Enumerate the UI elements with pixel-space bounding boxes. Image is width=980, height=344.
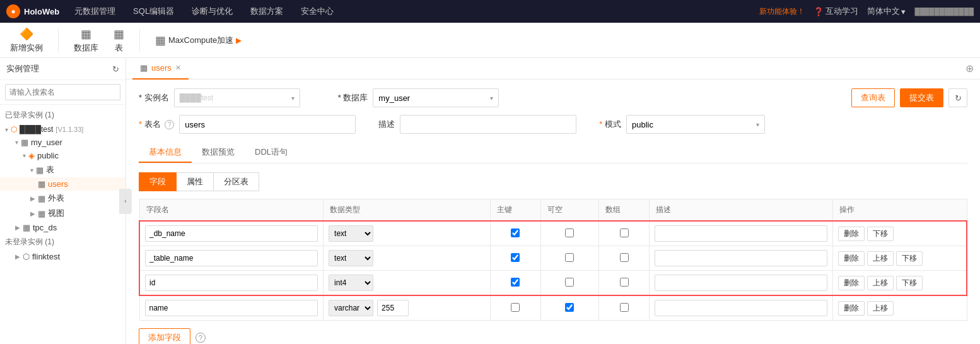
sub-tab-basic-info[interactable]: 基本信息 [139, 143, 192, 163]
array-checkbox-2[interactable] [620, 253, 629, 262]
table-group-collapse-arrow: ▾ [30, 167, 33, 174]
td-array-3 [599, 271, 650, 296]
query-table-btn[interactable]: 查询表 [851, 88, 895, 107]
database-select[interactable]: my_user ▾ [373, 88, 499, 107]
td-primarykey-4 [491, 295, 541, 321]
maxcompute-arrow-icon: ▶ [236, 36, 242, 45]
toolbar-table[interactable]: ▦ 表 [114, 27, 124, 54]
nav-data-plan[interactable]: 数据方案 [248, 6, 286, 17]
array-checkbox-1[interactable] [620, 228, 629, 237]
nav-diagnosis[interactable]: 诊断与优化 [189, 6, 235, 17]
sidebar-item-view-group[interactable]: ▶ ▦ 视图 [0, 206, 125, 221]
fieldname-input-2[interactable] [145, 250, 318, 266]
sidebar-collapse-btn[interactable]: ‹ [119, 189, 132, 214]
move-up-btn-2[interactable]: 上移 [867, 251, 894, 266]
td-desc-4 [649, 295, 833, 321]
fieldname-input-3[interactable] [145, 275, 318, 291]
move-down-btn-2[interactable]: 下移 [896, 251, 923, 266]
nullable-checkbox-2[interactable] [565, 253, 574, 262]
td-actions-3: 删除 上移 下移 [833, 271, 967, 296]
mode-select[interactable]: public ▾ [626, 115, 765, 134]
fieldname-input-1[interactable] [145, 225, 318, 242]
toolbar-maxcompute[interactable]: ▦ MaxCompute加速 ▶ [155, 33, 242, 47]
sidebar-tree: 已登录实例 (1) ▾ ⬡ ████test [V1.1.33] ▾ ▦ my_… [0, 105, 125, 344]
datatype-select-1[interactable]: text int4 varchar [329, 225, 373, 242]
action-btns-2: 删除 上移 下移 [838, 251, 961, 266]
users-table-label: users [48, 179, 68, 189]
sidebar-item-instance[interactable]: ▾ ⬡ ████test [V1.1.33] [0, 123, 125, 136]
sidebar-item-foreign-table-group[interactable]: ▶ ▦ 外表 [0, 191, 125, 206]
submit-table-btn[interactable]: 提交表 [900, 88, 943, 107]
content-area: ▦ users ✕ ⊕ * 实例名 ████test ▾ * 数据库 [126, 58, 980, 344]
move-up-btn-4[interactable]: 上移 [867, 301, 894, 316]
toolbar-new-instance[interactable]: 🔶 新增实例 [10, 27, 43, 54]
primarykey-checkbox-4[interactable] [511, 303, 520, 312]
table-wrapper: 字段名 数据类型 主键 可空 数组 描述 操作 [139, 199, 967, 321]
datatype-select-wrap-3: int4 text varchar [329, 275, 485, 291]
mode-select-arrow-icon: ▾ [756, 121, 759, 128]
tablename-input[interactable] [179, 115, 356, 134]
datatype-select-4[interactable]: varchar text int4 [329, 300, 373, 316]
sidebar-search-input[interactable] [5, 84, 120, 100]
primarykey-checkbox-2[interactable] [511, 253, 520, 262]
fieldname-input-4[interactable] [145, 300, 318, 316]
nullable-checkbox-1[interactable] [565, 228, 574, 237]
tab-users[interactable]: ▦ users ✕ [132, 58, 189, 80]
refresh-btn[interactable]: ↻ [948, 88, 967, 107]
field-tab-properties[interactable]: 属性 [176, 172, 214, 191]
move-down-btn-1[interactable]: 下移 [867, 227, 894, 241]
datatype-select-2[interactable]: text int4 varchar [329, 250, 373, 266]
sidebar-item-flinktest[interactable]: ▶ ⬡ flinktest [0, 250, 125, 263]
instance-select-value: ████test [180, 93, 213, 102]
datatype-select-3[interactable]: int4 text varchar [329, 275, 373, 291]
sidebar-item-myuser-db[interactable]: ▾ ▦ my_user [0, 136, 125, 149]
tab-expand-icon[interactable]: ⊕ [965, 62, 974, 74]
desc-input-3[interactable] [655, 275, 828, 291]
sidebar-item-public-schema[interactable]: ▾ ◈ public [0, 149, 125, 162]
td-primarykey-2 [491, 246, 541, 271]
top-actions: 查询表 提交表 ↻ [851, 88, 967, 107]
nav-sql-editor[interactable]: SQL编辑器 [131, 6, 177, 17]
interact-learning-btn[interactable]: ❓ 互动学习 [814, 6, 858, 17]
sidebar-item-users-table[interactable]: ▦ users [0, 177, 125, 191]
add-field-btn[interactable]: 添加字段 [139, 328, 190, 344]
new-feature-link[interactable]: 新功能体验！ [759, 6, 805, 17]
delete-btn-4[interactable]: 删除 [838, 301, 865, 316]
language-select[interactable]: 简体中文 ▾ [867, 6, 906, 17]
nav-metadata[interactable]: 元数据管理 [72, 6, 118, 17]
sidebar-item-table-group[interactable]: ▾ ▦ 表 [0, 162, 125, 177]
nullable-checkbox-3[interactable] [565, 278, 574, 287]
sidebar-item-tpcds[interactable]: ▶ ▦ tpc_ds [0, 221, 125, 234]
primarykey-checkbox-3[interactable] [511, 278, 520, 287]
delete-btn-3[interactable]: 删除 [838, 276, 865, 290]
delete-btn-1[interactable]: 删除 [838, 227, 865, 241]
move-up-btn-3[interactable]: 上移 [867, 276, 894, 290]
desc-input-2[interactable] [655, 250, 828, 266]
tab-users-close-icon[interactable]: ✕ [175, 64, 181, 72]
sub-tab-data-preview[interactable]: 数据预览 [192, 143, 245, 163]
desc-input[interactable] [400, 115, 576, 134]
user-info[interactable]: ████████████ [914, 8, 974, 15]
tablename-help-icon[interactable]: ? [165, 120, 174, 129]
sidebar-refresh-icon[interactable]: ↻ [112, 64, 119, 74]
array-checkbox-3[interactable] [620, 278, 629, 287]
field-tab-partition[interactable]: 分区表 [213, 172, 259, 191]
move-down-btn-3[interactable]: 下移 [896, 276, 923, 290]
desc-input-4[interactable] [655, 300, 828, 316]
field-tab-fields[interactable]: 字段 [139, 172, 177, 191]
flinktest-label: flinktest [32, 252, 60, 261]
toolbar-database[interactable]: ▦ 数据库 [74, 27, 98, 54]
varchar-length-input[interactable] [377, 300, 409, 316]
td-actions-2: 删除 上移 下移 [833, 246, 967, 271]
instance-select[interactable]: ████test ▾ [174, 88, 300, 107]
add-field-help-icon[interactable]: ? [195, 333, 206, 343]
delete-btn-2[interactable]: 删除 [838, 251, 865, 266]
nullable-checkbox-4[interactable] [565, 303, 574, 312]
array-checkbox-4[interactable] [620, 303, 629, 312]
primarykey-checkbox-1[interactable] [511, 228, 520, 237]
view-icon: ▦ [38, 209, 45, 218]
sub-tab-ddl[interactable]: DDL语句 [245, 143, 298, 163]
instance-label: * 实例名 [139, 92, 169, 104]
desc-input-1[interactable] [655, 225, 828, 242]
nav-security[interactable]: 安全中心 [298, 6, 336, 17]
